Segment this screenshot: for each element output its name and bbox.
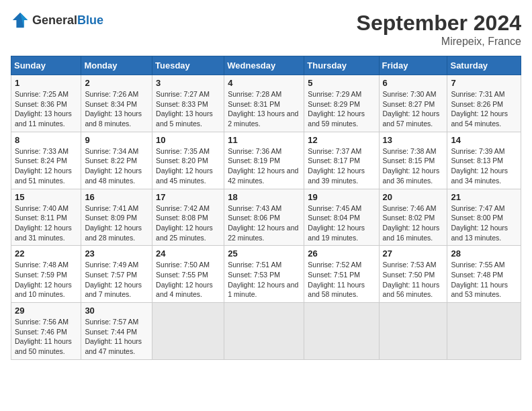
day-number: 28 bbox=[451, 248, 517, 259]
day-number: 2 bbox=[85, 78, 148, 88]
day-info: Sunrise: 7:42 AMSunset: 8:08 PMDaylight:… bbox=[156, 203, 220, 243]
day-info: Sunrise: 7:31 AMSunset: 8:26 PMDaylight:… bbox=[451, 89, 517, 129]
day-info: Sunrise: 7:26 AMSunset: 8:34 PMDaylight:… bbox=[85, 89, 148, 129]
logo-general-text: General bbox=[32, 13, 77, 27]
col-saturday: Saturday bbox=[447, 56, 521, 75]
calendar-body: 1Sunrise: 7:25 AMSunset: 8:36 PMDaylight… bbox=[11, 75, 521, 360]
day-info: Sunrise: 7:27 AMSunset: 8:33 PMDaylight:… bbox=[156, 89, 220, 129]
day-info: Sunrise: 7:53 AMSunset: 7:50 PMDaylight:… bbox=[383, 260, 444, 300]
calendar-day-cell bbox=[379, 303, 447, 360]
col-friday: Friday bbox=[379, 56, 447, 75]
day-info: Sunrise: 7:28 AMSunset: 8:31 PMDaylight:… bbox=[228, 89, 300, 129]
page-header: GeneralBlue September 2024 Mirepeix, Fra… bbox=[11, 11, 521, 48]
calendar-table: Sunday Monday Tuesday Wednesday Thursday… bbox=[11, 56, 521, 360]
day-number: 24 bbox=[156, 248, 220, 259]
day-info: Sunrise: 7:52 AMSunset: 7:51 PMDaylight:… bbox=[308, 260, 375, 300]
day-number: 9 bbox=[85, 135, 148, 145]
day-number: 8 bbox=[15, 135, 77, 145]
calendar-day-cell bbox=[224, 303, 304, 360]
calendar-day-cell: 14Sunrise: 7:39 AMSunset: 8:13 PMDayligh… bbox=[447, 132, 521, 189]
day-number: 3 bbox=[156, 78, 220, 88]
calendar-week-row: 1Sunrise: 7:25 AMSunset: 8:36 PMDaylight… bbox=[11, 75, 521, 132]
day-number: 25 bbox=[228, 248, 300, 259]
day-info: Sunrise: 7:46 AMSunset: 8:02 PMDaylight:… bbox=[383, 203, 444, 243]
col-thursday: Thursday bbox=[304, 56, 379, 75]
calendar-day-cell: 13Sunrise: 7:38 AMSunset: 8:15 PMDayligh… bbox=[379, 132, 447, 189]
day-number: 6 bbox=[383, 78, 444, 88]
col-monday: Monday bbox=[81, 56, 152, 75]
calendar-header-row: Sunday Monday Tuesday Wednesday Thursday… bbox=[11, 56, 521, 75]
day-number: 17 bbox=[156, 192, 220, 202]
calendar-day-cell bbox=[304, 303, 379, 360]
col-tuesday: Tuesday bbox=[152, 56, 224, 75]
day-info: Sunrise: 7:51 AMSunset: 7:53 PMDaylight:… bbox=[228, 260, 300, 300]
day-info: Sunrise: 7:35 AMSunset: 8:20 PMDaylight:… bbox=[156, 146, 220, 186]
day-info: Sunrise: 7:45 AMSunset: 8:04 PMDaylight:… bbox=[308, 203, 375, 243]
day-info: Sunrise: 7:47 AMSunset: 8:00 PMDaylight:… bbox=[451, 203, 517, 243]
calendar-day-cell: 4Sunrise: 7:28 AMSunset: 8:31 PMDaylight… bbox=[224, 75, 304, 132]
day-info: Sunrise: 7:38 AMSunset: 8:15 PMDaylight:… bbox=[383, 146, 444, 186]
day-number: 16 bbox=[85, 192, 148, 202]
calendar-day-cell: 30Sunrise: 7:57 AMSunset: 7:44 PMDayligh… bbox=[81, 303, 152, 360]
calendar-day-cell: 27Sunrise: 7:53 AMSunset: 7:50 PMDayligh… bbox=[379, 246, 447, 303]
day-number: 20 bbox=[383, 192, 444, 202]
calendar-day-cell: 6Sunrise: 7:30 AMSunset: 8:27 PMDaylight… bbox=[379, 75, 447, 132]
day-number: 18 bbox=[228, 192, 300, 202]
day-info: Sunrise: 7:55 AMSunset: 7:48 PMDaylight:… bbox=[451, 260, 517, 300]
calendar-day-cell: 2Sunrise: 7:26 AMSunset: 8:34 PMDaylight… bbox=[81, 75, 152, 132]
calendar-day-cell: 24Sunrise: 7:50 AMSunset: 7:55 PMDayligh… bbox=[152, 246, 224, 303]
calendar-day-cell: 25Sunrise: 7:51 AMSunset: 7:53 PMDayligh… bbox=[224, 246, 304, 303]
day-number: 15 bbox=[15, 192, 77, 202]
day-number: 13 bbox=[383, 135, 444, 145]
calendar-day-cell: 1Sunrise: 7:25 AMSunset: 8:36 PMDaylight… bbox=[11, 75, 81, 132]
day-number: 1 bbox=[15, 78, 77, 88]
day-number: 11 bbox=[228, 135, 300, 145]
day-info: Sunrise: 7:48 AMSunset: 7:59 PMDaylight:… bbox=[15, 260, 77, 300]
day-number: 23 bbox=[85, 248, 148, 259]
month-title: September 2024 bbox=[357, 11, 521, 36]
day-number: 27 bbox=[383, 248, 444, 259]
day-number: 7 bbox=[451, 78, 517, 88]
day-number: 4 bbox=[228, 78, 300, 88]
calendar-day-cell: 11Sunrise: 7:36 AMSunset: 8:19 PMDayligh… bbox=[224, 132, 304, 189]
calendar-day-cell bbox=[152, 303, 224, 360]
day-number: 30 bbox=[85, 306, 148, 316]
day-number: 14 bbox=[451, 135, 517, 145]
calendar-day-cell: 15Sunrise: 7:40 AMSunset: 8:11 PMDayligh… bbox=[11, 189, 81, 246]
calendar-day-cell: 21Sunrise: 7:47 AMSunset: 8:00 PMDayligh… bbox=[447, 189, 521, 246]
calendar-day-cell: 28Sunrise: 7:55 AMSunset: 7:48 PMDayligh… bbox=[447, 246, 521, 303]
day-info: Sunrise: 7:41 AMSunset: 8:09 PMDaylight:… bbox=[85, 203, 148, 243]
day-info: Sunrise: 7:37 AMSunset: 8:17 PMDaylight:… bbox=[308, 146, 375, 186]
day-number: 26 bbox=[308, 248, 375, 259]
calendar-week-row: 29Sunrise: 7:56 AMSunset: 7:46 PMDayligh… bbox=[11, 303, 521, 360]
logo-icon bbox=[11, 11, 30, 30]
day-number: 29 bbox=[15, 306, 77, 316]
calendar-day-cell: 5Sunrise: 7:29 AMSunset: 8:29 PMDaylight… bbox=[304, 75, 379, 132]
day-info: Sunrise: 7:34 AMSunset: 8:22 PMDaylight:… bbox=[85, 146, 148, 186]
calendar-day-cell: 12Sunrise: 7:37 AMSunset: 8:17 PMDayligh… bbox=[304, 132, 379, 189]
calendar-day-cell: 8Sunrise: 7:33 AMSunset: 8:24 PMDaylight… bbox=[11, 132, 81, 189]
day-info: Sunrise: 7:50 AMSunset: 7:55 PMDaylight:… bbox=[156, 260, 220, 300]
day-number: 22 bbox=[15, 248, 77, 259]
calendar-day-cell: 20Sunrise: 7:46 AMSunset: 8:02 PMDayligh… bbox=[379, 189, 447, 246]
day-info: Sunrise: 7:29 AMSunset: 8:29 PMDaylight:… bbox=[308, 89, 375, 129]
col-wednesday: Wednesday bbox=[224, 56, 304, 75]
day-number: 12 bbox=[308, 135, 375, 145]
day-info: Sunrise: 7:43 AMSunset: 8:06 PMDaylight:… bbox=[228, 203, 300, 243]
day-info: Sunrise: 7:33 AMSunset: 8:24 PMDaylight:… bbox=[15, 146, 77, 186]
day-info: Sunrise: 7:36 AMSunset: 8:19 PMDaylight:… bbox=[228, 146, 300, 186]
day-info: Sunrise: 7:39 AMSunset: 8:13 PMDaylight:… bbox=[451, 146, 517, 186]
day-number: 21 bbox=[451, 192, 517, 202]
logo-blue-text: Blue bbox=[77, 13, 103, 27]
calendar-day-cell: 16Sunrise: 7:41 AMSunset: 8:09 PMDayligh… bbox=[81, 189, 152, 246]
calendar-day-cell: 29Sunrise: 7:56 AMSunset: 7:46 PMDayligh… bbox=[11, 303, 81, 360]
day-info: Sunrise: 7:25 AMSunset: 8:36 PMDaylight:… bbox=[15, 89, 77, 129]
logo: GeneralBlue bbox=[11, 11, 103, 30]
day-info: Sunrise: 7:49 AMSunset: 7:57 PMDaylight:… bbox=[85, 260, 148, 300]
calendar-day-cell: 7Sunrise: 7:31 AMSunset: 8:26 PMDaylight… bbox=[447, 75, 521, 132]
day-number: 19 bbox=[308, 192, 375, 202]
calendar-day-cell: 18Sunrise: 7:43 AMSunset: 8:06 PMDayligh… bbox=[224, 189, 304, 246]
calendar-day-cell: 17Sunrise: 7:42 AMSunset: 8:08 PMDayligh… bbox=[152, 189, 224, 246]
day-number: 5 bbox=[308, 78, 375, 88]
day-info: Sunrise: 7:56 AMSunset: 7:46 PMDaylight:… bbox=[15, 317, 77, 357]
